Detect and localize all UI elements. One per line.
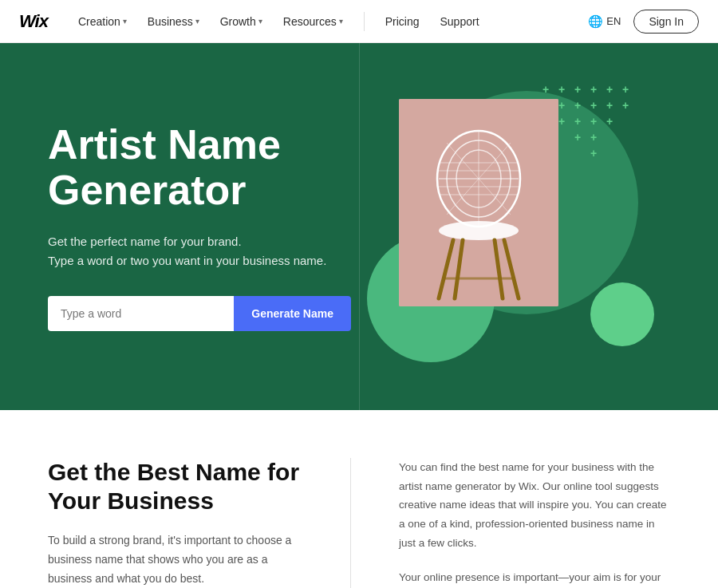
- nav-item-growth[interactable]: Growth ▾: [212, 10, 270, 33]
- chevron-down-icon: ▾: [258, 17, 262, 26]
- nav-item-pricing[interactable]: Pricing: [377, 10, 428, 33]
- plus-icon: +: [590, 99, 597, 112]
- hero-title: Artist Name Generator: [48, 122, 367, 213]
- dots-decoration: +++++++++++++++++++: [542, 75, 686, 171]
- word-input[interactable]: [48, 296, 234, 331]
- blob-small: [590, 282, 654, 346]
- nav-item-business[interactable]: Business ▾: [140, 10, 207, 33]
- nav-divider: [364, 12, 365, 31]
- hero-section: Artist Name Generator Get the perfect na…: [0, 43, 718, 410]
- globe-icon: 🌐: [588, 14, 603, 29]
- language-selector[interactable]: 🌐 EN: [588, 14, 621, 29]
- plus-icon: +: [590, 83, 597, 96]
- nav-item-support[interactable]: Support: [432, 10, 487, 33]
- chair-illustration: [399, 99, 558, 306]
- plus-icon: +: [590, 131, 597, 144]
- plus-icon: +: [590, 115, 597, 128]
- plus-icon: +: [590, 147, 597, 160]
- plus-icon: +: [606, 99, 613, 112]
- content-para-2: Your online presence is important—your a…: [399, 568, 670, 588]
- chair-photo-frame: [399, 99, 558, 306]
- plus-icon: +: [558, 99, 565, 112]
- svg-point-13: [439, 221, 519, 240]
- hero-subtitle: Get the perfect name for your brand. Typ…: [48, 232, 367, 270]
- chevron-down-icon: ▾: [123, 17, 127, 26]
- nav-right: 🌐 EN Sign In: [588, 10, 699, 34]
- plus-icon: +: [622, 83, 629, 96]
- logo[interactable]: Wix: [19, 11, 48, 32]
- plus-icon: +: [606, 83, 613, 96]
- plus-icon: +: [574, 99, 581, 112]
- plus-icon: +: [606, 115, 613, 128]
- hero-content: Artist Name Generator Get the perfect na…: [48, 122, 367, 331]
- generate-button[interactable]: Generate Name: [234, 296, 351, 331]
- plus-icon: +: [558, 115, 565, 128]
- plus-icon: +: [574, 115, 581, 128]
- nav-item-resources[interactable]: Resources ▾: [275, 10, 351, 33]
- content-heading: Get the Best Name for Your Business: [48, 458, 302, 515]
- chevron-down-icon: ▾: [339, 17, 343, 26]
- signin-button[interactable]: Sign In: [633, 10, 699, 34]
- content-section: Get the Best Name for Your Business To b…: [0, 410, 718, 588]
- nav-items: Creation ▾ Business ▾ Growth ▾ Resources…: [70, 10, 588, 33]
- content-para-1: You can find the best name for your busi…: [399, 458, 670, 552]
- chevron-down-icon: ▾: [195, 17, 199, 26]
- plus-icon: +: [622, 99, 629, 112]
- navbar: Wix Creation ▾ Business ▾ Growth ▾ Resou…: [0, 0, 718, 43]
- hero-illustration: +++++++++++++++++++: [351, 75, 686, 378]
- plus-icon: +: [574, 83, 581, 96]
- content-left: Get the Best Name for Your Business To b…: [48, 458, 351, 588]
- content-body-text: To build a strong brand, it's important …: [48, 531, 302, 588]
- plus-icon: +: [558, 83, 565, 96]
- content-right: You can find the best name for your busi…: [399, 458, 670, 588]
- plus-icon: +: [542, 83, 549, 96]
- name-generator-form: Generate Name: [48, 296, 351, 331]
- plus-icon: +: [574, 131, 581, 144]
- nav-item-creation[interactable]: Creation ▾: [70, 10, 135, 33]
